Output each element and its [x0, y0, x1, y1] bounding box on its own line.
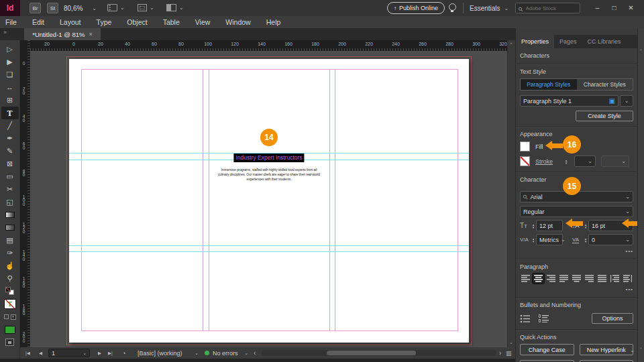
bridge-button[interactable]: Br	[30, 3, 41, 13]
eyedropper-tool[interactable]: ✑	[1, 247, 19, 259]
adobe-stock-search[interactable]	[515, 3, 580, 13]
last-page-button[interactable]	[108, 347, 113, 359]
style-dropdown-button[interactable]	[620, 95, 633, 107]
document-tab[interactable]: *Untitled-1 @ 81% ×	[24, 28, 101, 40]
stroke-weight-stepper[interactable]	[564, 159, 569, 164]
stroke-label[interactable]: Stroke	[535, 158, 553, 165]
content-collector-tool[interactable]: ⊞	[1, 94, 19, 107]
view-options-button[interactable]: ⌄	[107, 4, 125, 11]
previous-page-button[interactable]	[39, 347, 42, 359]
chevron-down-icon[interactable]: ⌄	[630, 347, 635, 353]
free-transform-tool[interactable]: ◱	[1, 196, 19, 208]
zoom-level-value[interactable]: 80,6%	[64, 5, 83, 12]
close-button[interactable]: ✕	[623, 1, 639, 14]
close-tab-icon[interactable]: ×	[89, 31, 93, 38]
paragraph-styles-tab[interactable]: Paragraph Styles	[521, 79, 577, 90]
zoom-chevron-icon[interactable]: ⌄	[92, 5, 97, 11]
tracking-dropdown[interactable]: 0	[588, 234, 633, 245]
minimize-button[interactable]: –	[589, 1, 606, 14]
bulleted-list-icon[interactable]	[520, 314, 531, 322]
stroke-type-dropdown[interactable]	[601, 156, 629, 167]
chevron-down-icon[interactable]: ⌄	[83, 351, 87, 356]
tools-expander-icon[interactable]: »	[3, 29, 7, 36]
pencil-tool[interactable]: ✎	[1, 145, 19, 158]
preflight-icon[interactable]	[122, 347, 125, 359]
scroll-down-icon[interactable]	[509, 340, 513, 345]
container-text-toggle[interactable]: T	[1, 310, 19, 323]
screen-mode-button[interactable]	[1, 336, 19, 349]
body-paragraph-text[interactable]: Immersive programs, staffed with highly …	[218, 168, 320, 182]
document-page[interactable]: 14 Industry Expert Instructors Immersive…	[69, 59, 469, 343]
scrollbar-thumb[interactable]	[327, 351, 416, 355]
leading-stepper[interactable]	[583, 223, 588, 229]
justify-last-right-button[interactable]	[584, 274, 595, 284]
pen-tool[interactable]: ✒	[1, 132, 19, 145]
more-options-icon[interactable]: •••	[626, 248, 633, 254]
formatting-affects-text-swatch[interactable]	[1, 298, 19, 310]
gap-tool[interactable]: ↔	[1, 81, 19, 94]
preflight-status-label[interactable]: No errors	[213, 347, 238, 359]
scroll-up-icon[interactable]	[509, 42, 513, 48]
selection-tool[interactable]: ▷	[1, 43, 19, 56]
hand-tool[interactable]: ☝	[1, 259, 19, 272]
document-canvas[interactable]: 14 Industry Expert Instructors Immersive…	[30, 51, 507, 347]
redefine-style-icon[interactable]: ▣	[609, 97, 615, 105]
vertical-ruler[interactable]: 020406080100120140160180200	[20, 40, 30, 347]
scissors-tool[interactable]: ✂	[1, 183, 19, 196]
stroke-swatch[interactable]	[520, 156, 530, 166]
align-left-button[interactable]	[520, 274, 531, 284]
create-style-button[interactable]: Create Style	[576, 111, 633, 121]
direct-selection-tool[interactable]: ▶	[1, 56, 19, 68]
align-toward-spine-button[interactable]	[609, 274, 621, 284]
stroke-weight-field[interactable]	[574, 156, 596, 167]
note-tool[interactable]: ▤	[1, 234, 19, 247]
preflight-profile-label[interactable]: [Basic] (working)	[138, 347, 182, 359]
first-page-button[interactable]	[25, 347, 30, 359]
page-number-field[interactable]: 1 ⌄	[48, 349, 90, 357]
font-size-field[interactable]: 12 pt	[536, 220, 563, 231]
stock-button[interactable]: St	[47, 3, 58, 13]
justify-last-center-button[interactable]	[571, 274, 582, 284]
menu-file[interactable]: File	[5, 18, 17, 26]
publish-online-button[interactable]: ↑ Publish Online	[387, 2, 445, 14]
fill-stroke-swatches[interactable]	[1, 285, 19, 298]
canvas-vertical-scrollbar[interactable]	[507, 40, 515, 347]
kerning-dropdown[interactable]: Metrics	[536, 234, 563, 245]
scroll-up-icon[interactable]: ⌃	[639, 48, 643, 53]
page-tool[interactable]: ❏	[1, 68, 19, 81]
horizontal-ruler[interactable]: 2002040608010012014016018020022024026028…	[30, 40, 507, 51]
new-hyperlink-button[interactable]: New Hyperlink	[580, 344, 634, 355]
change-case-button[interactable]: Change Case	[520, 344, 574, 355]
panel-tab-pages[interactable]: Pages	[554, 35, 582, 48]
maximize-button[interactable]: □	[606, 1, 623, 14]
panel-tab-cc-libraries[interactable]: CC Libraries	[582, 35, 627, 48]
chevron-down-icon[interactable]: ⌄	[244, 347, 248, 359]
justify-all-button[interactable]	[596, 274, 608, 284]
gradient-swatch-tool[interactable]	[1, 208, 19, 221]
line-tool[interactable]: ╱	[1, 119, 19, 132]
align-center-button[interactable]	[533, 274, 544, 284]
screen-mode-menu-button[interactable]: ⌄	[138, 4, 154, 11]
menu-view[interactable]: View	[195, 18, 211, 26]
scroll-left-icon[interactable]	[254, 347, 256, 359]
panel-tab-properties[interactable]: Properties	[516, 35, 554, 48]
lightbulb-icon[interactable]	[448, 3, 455, 13]
rectangle-tool[interactable]: ▭	[1, 170, 19, 183]
more-options-icon[interactable]: •••	[626, 286, 633, 292]
menu-table[interactable]: Table	[163, 18, 180, 26]
menu-help[interactable]: Help	[266, 18, 281, 26]
zoom-tool[interactable]: ⚲	[1, 272, 19, 285]
gradient-feather-tool[interactable]	[1, 221, 19, 234]
paragraph-style-field[interactable]: Paragraph Style 1 ▣	[520, 95, 619, 107]
menu-type[interactable]: Type	[97, 18, 112, 26]
arrange-documents-button[interactable]: ⌄	[166, 4, 184, 11]
scroll-down-icon[interactable]: ⌄	[639, 345, 643, 349]
scroll-right-icon[interactable]	[499, 347, 501, 359]
type-tool[interactable]: T	[1, 107, 19, 119]
chevron-down-icon[interactable]: ⌄	[195, 347, 199, 359]
numbered-list-icon[interactable]	[539, 314, 549, 322]
align-right-button[interactable]	[545, 274, 557, 284]
frame-tool[interactable]: ⊠	[1, 158, 19, 170]
fill-color-swatch[interactable]	[1, 323, 19, 336]
next-page-button[interactable]	[98, 347, 101, 359]
